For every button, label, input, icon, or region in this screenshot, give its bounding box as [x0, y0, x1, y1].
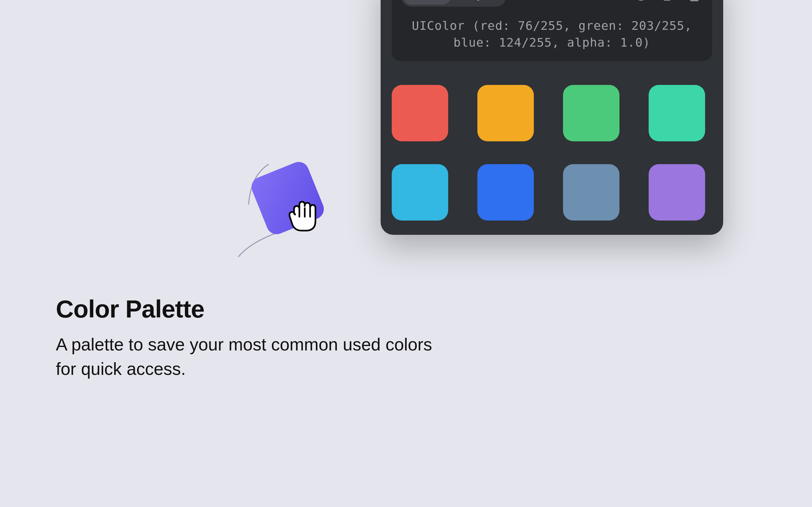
- swatch-green[interactable]: [563, 85, 619, 141]
- platform-icons: [634, 0, 703, 3]
- swatch-light-blue[interactable]: [392, 164, 448, 221]
- marketing-description: A palette to save your most common used …: [56, 332, 452, 381]
- marketing-title: Color Palette: [56, 295, 452, 324]
- language-objc-button[interactable]: Obj-C: [451, 0, 504, 5]
- language-swift-button[interactable]: Swift: [403, 0, 451, 5]
- marketing-block: Color Palette A palette to save your mos…: [56, 295, 452, 381]
- desktop-icon[interactable]: [686, 0, 703, 3]
- swatch-steel-blue[interactable]: [563, 164, 619, 221]
- mobile-icon[interactable]: [660, 0, 674, 1]
- language-toggle: Swift Obj-C: [401, 0, 506, 7]
- code-export-section: Swift Obj-C: [392, 0, 712, 61]
- svg-point-3: [635, 0, 647, 1]
- swatch-red[interactable]: [392, 85, 448, 141]
- safari-icon[interactable]: [634, 0, 648, 1]
- swatch-blue[interactable]: [477, 164, 534, 221]
- grab-cursor-icon: [286, 198, 320, 234]
- color-app-panel: Swift Obj-C: [380, 0, 723, 235]
- code-output: UIColor (red: 76/255, green: 203/255, bl…: [401, 14, 703, 51]
- code-header: Swift Obj-C: [401, 0, 703, 7]
- swatch-teal[interactable]: [649, 85, 705, 141]
- swatch-purple[interactable]: [649, 164, 705, 221]
- palette-grid: [392, 85, 712, 221]
- swatch-orange[interactable]: [477, 85, 534, 141]
